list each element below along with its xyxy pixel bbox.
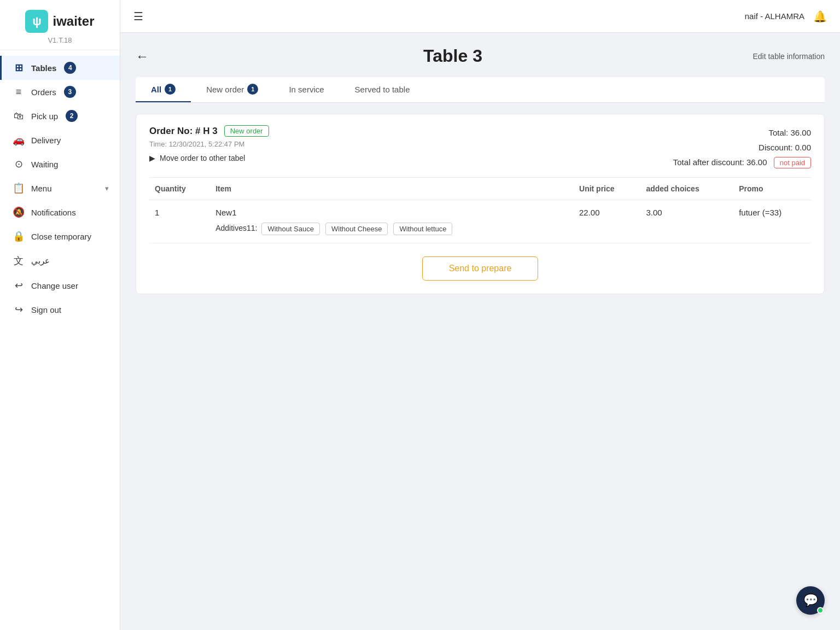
orders-badge: 3 <box>64 86 76 98</box>
sidebar-label-change-user: Change user <box>31 281 78 290</box>
logo-icon: ψ <box>25 10 48 33</box>
page-content: ← Table 3 Edit table information All 1 N… <box>120 33 840 630</box>
send-prepare-row: Send to prepare <box>149 256 811 281</box>
sidebar-item-arabic[interactable]: 文 عربي <box>0 248 120 273</box>
cell-item: New1Additives11:Without SauceWithout Che… <box>210 200 574 243</box>
sidebar-label-menu: Menu <box>31 184 52 193</box>
move-order-arrow-icon: ▶ <box>149 154 155 162</box>
tab-new-order-label: New order <box>206 85 244 94</box>
order-right-totals: Total: 36.00 Discount: 0.00 Total after … <box>673 125 811 170</box>
back-button[interactable]: ← <box>136 49 158 64</box>
item-name: New1 <box>215 208 568 217</box>
sidebar-item-menu[interactable]: 📋 Menu ▾ <box>0 176 120 200</box>
sidebar-label-orders: Orders <box>31 88 56 97</box>
additive-badge: Without Cheese <box>325 223 388 235</box>
cell-promo: futuer (=33) <box>733 200 811 243</box>
delivery-icon: 🚗 <box>13 134 25 146</box>
tab-in-service-label: In service <box>289 85 324 94</box>
waiting-icon: ⊙ <box>13 158 25 170</box>
chat-online-indicator <box>817 607 824 614</box>
additives-row: Additives11:Without SauceWithout CheeseW… <box>215 220 568 235</box>
cell-quantity: 1 <box>149 200 210 243</box>
page-header: ← Table 3 Edit table information <box>136 46 825 66</box>
orders-icon: ≡ <box>13 86 25 98</box>
tab-in-service[interactable]: In service <box>273 77 339 102</box>
payment-status-badge: not paid <box>774 157 811 168</box>
order-card: Order No: # H 3 New order Time: 12/30/20… <box>136 114 825 294</box>
menu-icon: 📋 <box>13 182 25 194</box>
tab-served-to-table-label: Served to table <box>355 85 410 94</box>
chat-icon: 💬 <box>803 593 818 608</box>
sidebar-label-pickup: Pick up <box>31 112 58 121</box>
order-total: Total: 36.00 <box>673 125 811 140</box>
col-header-promo: Promo <box>733 178 811 200</box>
arabic-icon: 文 <box>13 254 25 267</box>
additive-badge: Without Sauce <box>261 223 320 235</box>
tabs-bar: All 1 New order 1 In service Served to t… <box>136 77 825 103</box>
order-discount: Discount: 0.00 <box>673 140 811 155</box>
sidebar-item-waiting[interactable]: ⊙ Waiting <box>0 152 120 176</box>
order-header: Order No: # H 3 New order Time: 12/30/20… <box>149 125 811 170</box>
col-header-added-choices: added choices <box>640 178 733 200</box>
hamburger-icon[interactable]: ☰ <box>133 10 143 23</box>
order-number: Order No: # H 3 <box>149 126 218 137</box>
tables-badge: 4 <box>64 62 76 74</box>
send-to-prepare-button[interactable]: Send to prepare <box>422 256 539 281</box>
pickup-badge: 2 <box>66 110 78 122</box>
additives-label: Additives11: <box>215 224 257 232</box>
sidebar-item-sign-out[interactable]: ↪ Sign out <box>0 298 120 322</box>
order-total-after: Total after discount: 36.00 not paid <box>673 155 811 170</box>
table-row: 1New1Additives11:Without SauceWithout Ch… <box>149 200 811 243</box>
page-title: Table 3 <box>158 46 748 66</box>
sidebar-item-change-user[interactable]: ↩ Change user <box>0 273 120 298</box>
notifications-icon: 🔕 <box>13 206 25 218</box>
order-total-after-label: Total after discount: 36.00 <box>673 158 767 167</box>
change-user-icon: ↩ <box>13 279 25 291</box>
cell-added-choices: 3.00 <box>640 200 733 243</box>
tab-all-badge: 1 <box>165 84 176 95</box>
order-time: Time: 12/30/2021, 5:22:47 PM <box>149 140 269 148</box>
sidebar-item-close-temporary[interactable]: 🔒 Close temporary <box>0 224 120 248</box>
sidebar-label-close-temporary: Close temporary <box>31 232 91 241</box>
tab-served-to-table[interactable]: Served to table <box>340 77 425 102</box>
edit-table-button[interactable]: Edit table information <box>748 52 825 61</box>
sidebar-label-sign-out: Sign out <box>31 305 61 314</box>
sidebar-label-waiting: Waiting <box>31 160 58 169</box>
topbar: ☰ naif - ALHAMRA 🔔 <box>120 0 840 33</box>
sidebar-item-notifications[interactable]: 🔕 Notifications <box>0 200 120 224</box>
col-header-unit-price: Unit price <box>574 178 640 200</box>
tab-new-order-badge: 1 <box>247 84 258 95</box>
sign-out-icon: ↪ <box>13 304 25 316</box>
col-header-item: Item <box>210 178 574 200</box>
bell-icon[interactable]: 🔔 <box>813 10 827 23</box>
logo-area: ψ iwaiter V1.T.18 <box>0 0 120 50</box>
move-order-label: Move order to other tabel <box>160 154 245 162</box>
sidebar-item-tables[interactable]: ⊞ Tables 4 <box>0 56 120 80</box>
sidebar-item-orders[interactable]: ≡ Orders 3 <box>0 80 120 104</box>
sidebar-label-tables: Tables <box>31 63 56 73</box>
order-left-info: Order No: # H 3 New order Time: 12/30/20… <box>149 125 269 162</box>
menu-chevron-icon: ▾ <box>105 184 109 192</box>
sidebar-nav: ⊞ Tables 4 ≡ Orders 3 🛍 Pick up 2 🚗 Deli… <box>0 50 120 630</box>
tab-all[interactable]: All 1 <box>136 77 191 102</box>
app-name: iwaiter <box>52 14 94 29</box>
sidebar-label-arabic: عربي <box>31 256 50 266</box>
additive-badge: Without lettuce <box>393 223 452 235</box>
tab-new-order[interactable]: New order 1 <box>191 77 273 102</box>
chat-bubble-button[interactable]: 💬 <box>796 586 825 615</box>
tab-all-label: All <box>151 85 161 94</box>
sidebar-item-pickup[interactable]: 🛍 Pick up 2 <box>0 104 120 128</box>
sidebar-label-delivery: Delivery <box>31 136 61 145</box>
move-order-button[interactable]: ▶ Move order to other tabel <box>149 154 269 162</box>
app-version: V1.T.18 <box>48 36 72 44</box>
sidebar-item-delivery[interactable]: 🚗 Delivery <box>0 128 120 152</box>
main-content: ☰ naif - ALHAMRA 🔔 ← Table 3 Edit table … <box>120 0 840 630</box>
tables-icon: ⊞ <box>13 62 25 74</box>
sidebar: ψ iwaiter V1.T.18 ⊞ Tables 4 ≡ Orders 3 … <box>0 0 120 630</box>
close-temp-icon: 🔒 <box>13 230 25 242</box>
col-header-quantity: Quantity <box>149 178 210 200</box>
sidebar-label-notifications: Notifications <box>31 208 76 217</box>
order-items-table: Quantity Item Unit price added choices P… <box>149 177 811 243</box>
pickup-icon: 🛍 <box>13 110 25 122</box>
topbar-user: naif - ALHAMRA <box>745 11 804 21</box>
